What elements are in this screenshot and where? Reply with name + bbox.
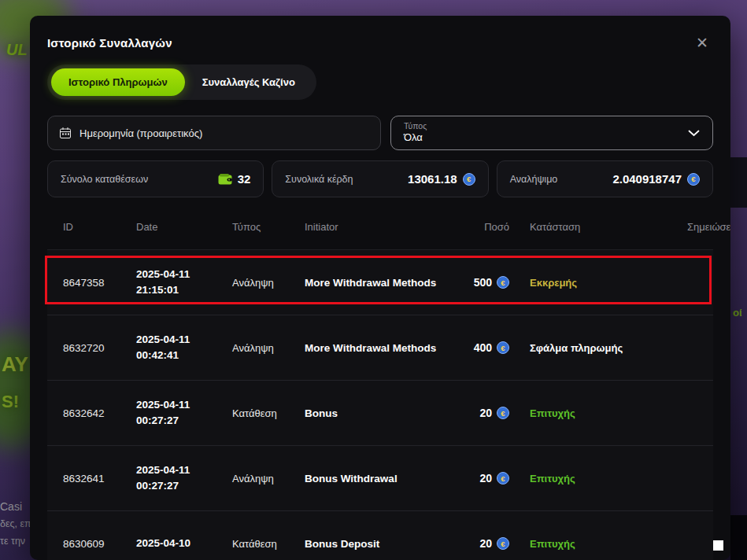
header-amount: Ποσό [484, 221, 530, 233]
cell-status: Επιτυχής [530, 407, 687, 419]
summary-card-winnings: Συνολικά κέρδη 13061.18 € [272, 160, 488, 197]
cell-date-line2: 21:15:01 [136, 282, 232, 298]
cell-type: Ανάληψη [232, 277, 305, 289]
euro-coin-icon: € [497, 407, 509, 419]
modal-header: Ιστορικό Συναλλαγών ✕ [47, 28, 713, 57]
cell-amount-value: 20 [479, 537, 492, 550]
summary-row: Σύνολο καταθέσεων 32 Συνολικά κέρδη 1306… [47, 160, 713, 197]
cell-id: 8632720 [63, 342, 136, 354]
cell-status: Εκκρεμής [530, 277, 687, 289]
euro-coin-icon: € [687, 173, 700, 186]
transactions-table: ID Date Τύπος Initiator Ποσό Κατάσταση Σ… [47, 204, 713, 560]
cell-amount: 20 € [454, 472, 530, 484]
cell-amount: 400 € [454, 341, 530, 354]
cell-amount-value: 500 [474, 276, 492, 289]
summary-value: 2.040918747 [612, 172, 682, 186]
cell-status: Επιτυχής [530, 473, 687, 484]
cell-type: Ανάληψη [232, 473, 305, 484]
type-filter-label: Τύπος [404, 121, 427, 132]
header-notes: Σημειώσεις [687, 221, 730, 233]
table-row[interactable]: 8647358 2025-04-11 21:15:01 Ανάληψη More… [47, 250, 713, 315]
cell-amount: 20 € [454, 537, 530, 550]
table-row[interactable]: 8630609 2025-04-10 Κατάθεση Bonus Deposi… [47, 511, 713, 560]
cell-date-line1: 2025-04-11 [136, 462, 232, 478]
cell-initiator: More Withdrawal Methods [305, 277, 454, 289]
cell-date-line1: 2025-04-11 [136, 397, 232, 413]
type-filter-value: Όλα [404, 131, 427, 145]
summary-card-deposits: Σύνολο καταθέσεων 32 [47, 160, 264, 197]
tab-bar: Ιστορικό Πληρωμών Συναλλαγές Καζίνο [47, 64, 316, 100]
cell-initiator: More Withdrawal Methods [305, 342, 454, 354]
cell-type: Ανάληψη [232, 342, 305, 354]
cell-date-line2: 00:27:27 [136, 413, 232, 429]
cell-amount-value: 20 [479, 407, 492, 419]
filter-row: Ημερομηνία (προαιρετικός) Τύπος Όλα [47, 116, 713, 150]
cell-initiator: Bonus Deposit [305, 538, 454, 550]
header-initiator: Initiator [305, 221, 454, 233]
euro-coin-icon: € [497, 537, 509, 550]
euro-coin-icon: € [497, 341, 509, 354]
scrollbar-thumb[interactable] [713, 540, 723, 551]
cell-id: 8647358 [63, 277, 136, 289]
cell-status: Σφάλμα πληρωμής [530, 342, 687, 354]
header-type: Τύπος [232, 221, 305, 233]
date-filter-input[interactable]: Ημερομηνία (προαιρετικός) [47, 116, 381, 150]
cell-date-line2: 00:42:41 [136, 348, 232, 363]
cell-type: Κατάθεση [232, 538, 305, 550]
header-status: Κατάσταση [530, 221, 687, 233]
cell-initiator: Bonus Withdrawal [305, 473, 454, 484]
wallet-icon [218, 174, 232, 185]
summary-value: 13061.18 [408, 172, 457, 186]
date-filter-placeholder: Ημερομηνία (προαιρετικός) [80, 127, 202, 139]
tab-casino-transactions[interactable]: Συναλλαγές Καζίνο [185, 68, 312, 96]
cell-date: 2025-04-11 00:42:41 [136, 332, 232, 364]
type-filter-text: Τύπος Όλα [404, 121, 427, 146]
header-date: Date [136, 221, 232, 233]
tab-payment-history[interactable]: Ιστορικό Πληρωμών [51, 68, 185, 96]
summary-label: Σύνολο καταθέσεων [61, 174, 148, 185]
cell-amount-value: 400 [474, 341, 492, 354]
cell-initiator: Bonus [305, 407, 454, 419]
cell-type: Κατάθεση [232, 407, 305, 419]
summary-label: Αναλήψιμο [510, 174, 558, 185]
cell-date: 2025-04-11 00:27:27 [136, 397, 232, 429]
table-row[interactable]: 8632720 2025-04-11 00:42:41 Ανάληψη More… [47, 315, 713, 381]
table-header: ID Date Τύπος Initiator Ποσό Κατάσταση Σ… [47, 204, 713, 250]
chevron-down-icon [688, 130, 700, 137]
table-row[interactable]: 8632641 2025-04-11 00:27:27 Ανάληψη Bonu… [47, 446, 713, 511]
cell-id: 8632641 [63, 473, 136, 484]
cell-date: 2025-04-11 00:27:27 [136, 462, 232, 495]
cell-amount: 500 € [454, 276, 530, 289]
table-body: 8647358 2025-04-11 21:15:01 Ανάληψη More… [47, 250, 713, 560]
header-id: ID [63, 221, 136, 233]
cell-date-line2: 00:27:27 [136, 478, 232, 494]
cell-date: 2025-04-10 [136, 536, 232, 551]
cell-id: 8630609 [63, 538, 136, 550]
euro-coin-icon: € [463, 173, 475, 186]
cell-status: Επιτυχής [530, 538, 687, 550]
transaction-history-modal: Ιστορικό Συναλλαγών ✕ Ιστορικό Πληρωμών … [30, 16, 730, 560]
type-filter-select[interactable]: Τύπος Όλα [390, 116, 713, 150]
page-title: Ιστορικό Συναλλαγών [47, 36, 172, 50]
cell-amount-value: 20 [479, 472, 492, 484]
cell-amount: 20 € [454, 407, 530, 419]
cell-id: 8632642 [63, 407, 136, 419]
close-icon[interactable]: ✕ [691, 32, 713, 53]
euro-coin-icon: € [497, 276, 509, 289]
cell-date-line1: 2025-04-10 [136, 536, 232, 551]
summary-label: Συνολικά κέρδη [285, 174, 353, 185]
cell-date-line1: 2025-04-11 [136, 332, 232, 348]
cell-date: 2025-04-11 21:15:01 [136, 267, 232, 299]
table-row[interactable]: 8632642 2025-04-11 00:27:27 Κατάθεση Bon… [47, 381, 713, 446]
calendar-icon [59, 127, 72, 139]
euro-coin-icon: € [497, 472, 509, 484]
summary-value: 32 [238, 172, 251, 186]
summary-card-withdrawable: Αναλήψιμο 2.040918747 € [497, 160, 713, 197]
cell-date-line1: 2025-04-11 [136, 267, 232, 282]
